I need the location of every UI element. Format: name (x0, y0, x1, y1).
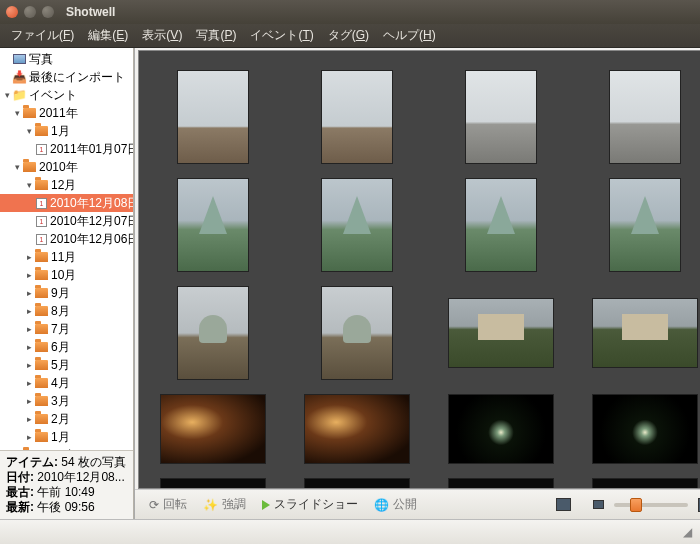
filter-photos-icon[interactable] (556, 498, 571, 511)
tree-month[interactable]: ▸11月 (0, 248, 133, 266)
info-items-value: 54 枚の写真 (61, 455, 126, 469)
resize-grip-icon[interactable]: ◢ (683, 525, 692, 539)
tree-date[interactable]: 12010年12月07日 (0, 212, 133, 230)
tree-month[interactable]: ▾12月 (0, 176, 133, 194)
thumbnail[interactable] (161, 179, 265, 271)
thumbnail[interactable] (305, 479, 409, 489)
thumbnail[interactable] (161, 287, 265, 379)
info-date-value: 2010年12月08... (37, 470, 124, 484)
publish-button[interactable]: 🌐公開 (368, 494, 423, 515)
import-icon: 📥 (12, 71, 26, 83)
info-oldest-value: 午前 10:49 (37, 485, 94, 499)
slider-knob[interactable] (630, 498, 642, 512)
play-icon (262, 500, 270, 510)
folder-icon (35, 396, 48, 406)
events-icon: 📁 (12, 89, 26, 101)
sidebar: 写真 📥最後にインポート ▾📁イベント ▾2011年 ▾1月 12011年01月… (0, 48, 134, 519)
calendar-icon: 1 (36, 216, 47, 227)
slideshow-button[interactable]: スライドショー (256, 494, 364, 515)
tree-events[interactable]: ▾📁イベント (0, 86, 133, 104)
tree-month[interactable]: ▸4月 (0, 374, 133, 392)
tree-month[interactable]: ▸5月 (0, 356, 133, 374)
tree-month[interactable]: ▸9月 (0, 284, 133, 302)
zoom-slider[interactable] (614, 503, 688, 507)
folder-icon (35, 414, 48, 424)
folder-icon (23, 162, 36, 172)
folder-icon (35, 360, 48, 370)
tree-month[interactable]: ▸10月 (0, 266, 133, 284)
tree-year-2011[interactable]: ▾2011年 (0, 104, 133, 122)
menubar: ファイル(F) 編集(E) 表示(V) 写真(P) イベント(T) タグ(G) … (0, 24, 700, 48)
tree-last-import[interactable]: 📥最後にインポート (0, 68, 133, 86)
thumbnail[interactable] (449, 71, 553, 163)
folder-icon (35, 126, 48, 136)
tree-month[interactable]: ▸6月 (0, 338, 133, 356)
folder-icon (35, 270, 48, 280)
folder-icon (35, 432, 48, 442)
thumbnail[interactable] (305, 71, 409, 163)
calendar-icon: 1 (36, 198, 47, 209)
info-oldest-label: 最古: (6, 485, 34, 499)
close-icon[interactable] (6, 6, 18, 18)
thumbnail[interactable] (449, 479, 553, 489)
thumbnail-gallery[interactable] (138, 50, 700, 489)
tree-month[interactable]: ▸2月 (0, 410, 133, 428)
menu-tags[interactable]: タグ(G) (321, 27, 376, 44)
menu-photos[interactable]: 写真(P) (189, 27, 243, 44)
calendar-icon: 1 (36, 234, 47, 245)
minimize-icon[interactable] (24, 6, 36, 18)
thumbnail[interactable] (305, 179, 409, 271)
info-panel: アイテム: 54 枚の写真 日付: 2010年12月08... 最古: 午前 1… (0, 450, 133, 519)
thumbnail[interactable] (593, 71, 697, 163)
rotate-button[interactable]: ⟳回転 (143, 494, 193, 515)
thumbnail[interactable] (593, 179, 697, 271)
menu-view[interactable]: 表示(V) (135, 27, 189, 44)
thumbnail[interactable] (593, 479, 697, 489)
info-date-label: 日付: (6, 470, 34, 484)
window-title: Shotwell (66, 5, 115, 19)
tree-photos[interactable]: 写真 (0, 50, 133, 68)
menu-events[interactable]: イベント(T) (243, 27, 320, 44)
globe-icon: 🌐 (374, 498, 389, 512)
content: ⟳回転 ✨強調 スライドショー 🌐公開 (134, 48, 700, 519)
tree-month[interactable]: ▸1月 (0, 428, 133, 446)
thumbnail[interactable] (305, 287, 409, 379)
tree-year-2010[interactable]: ▾2010年 (0, 158, 133, 176)
thumbnail[interactable] (161, 71, 265, 163)
folder-icon (35, 342, 48, 352)
tree-month[interactable]: ▸8月 (0, 302, 133, 320)
enhance-button[interactable]: ✨強調 (197, 494, 252, 515)
thumbnail[interactable] (305, 395, 409, 463)
tree-month[interactable]: ▾1月 (0, 122, 133, 140)
info-newest-label: 最新: (6, 500, 34, 514)
tree-date-selected[interactable]: 12010年12月08日 (0, 194, 133, 212)
tree-month[interactable]: ▸7月 (0, 320, 133, 338)
statusbar: ◢ (0, 519, 700, 544)
thumbnail[interactable] (161, 395, 265, 463)
menu-help[interactable]: ヘルプ(H) (376, 27, 443, 44)
folder-icon (35, 306, 48, 316)
tree-date[interactable]: 12011年01月07日 (0, 140, 133, 158)
thumbnail[interactable] (161, 479, 265, 489)
tree-date[interactable]: 12010年12月06日 (0, 230, 133, 248)
folder-icon (23, 108, 36, 118)
folder-icon (35, 252, 48, 262)
folder-icon (35, 288, 48, 298)
toolbar: ⟳回転 ✨強調 スライドショー 🌐公開 (135, 489, 700, 519)
folder-icon (35, 324, 48, 334)
thumbnail[interactable] (449, 179, 553, 271)
thumbnail[interactable] (593, 395, 697, 463)
thumbnail[interactable] (449, 395, 553, 463)
wand-icon: ✨ (203, 498, 218, 512)
menu-file[interactable]: ファイル(F) (4, 27, 81, 44)
thumbnail[interactable] (449, 287, 553, 379)
rotate-icon: ⟳ (149, 498, 159, 512)
thumbnail[interactable] (593, 287, 697, 379)
calendar-icon: 1 (36, 144, 47, 155)
maximize-icon[interactable] (42, 6, 54, 18)
menu-edit[interactable]: 編集(E) (81, 27, 135, 44)
info-newest-value: 午後 09:56 (37, 500, 94, 514)
info-items-label: アイテム: (6, 455, 58, 469)
zoom-small-icon[interactable] (593, 500, 604, 509)
tree-month[interactable]: ▸3月 (0, 392, 133, 410)
